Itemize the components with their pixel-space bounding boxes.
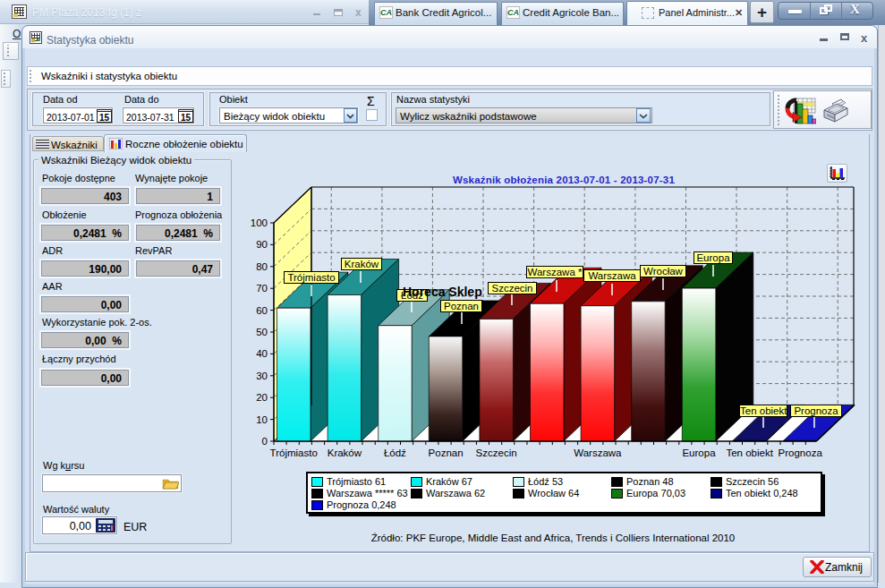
svg-text:Ten obiekt: Ten obiekt <box>726 447 773 458</box>
svg-text:Szczecin: Szczecin <box>476 447 517 458</box>
svg-text:80: 80 <box>256 261 268 272</box>
svg-text:Europa: Europa <box>682 447 716 458</box>
svg-text:Poznan: Poznan <box>429 447 464 458</box>
svg-text:50: 50 <box>256 327 268 337</box>
svg-text:60: 60 <box>256 305 268 316</box>
svg-text:20: 20 <box>256 392 268 403</box>
svg-text:70: 70 <box>256 283 268 294</box>
svg-text:Trójmiasto: Trójmiasto <box>270 447 318 458</box>
svg-text:Kraków: Kraków <box>328 447 362 458</box>
svg-text:Prognoza: Prognoza <box>779 447 823 458</box>
svg-text:10: 10 <box>256 414 268 425</box>
svg-text:Warszawa: Warszawa <box>574 447 622 458</box>
svg-text:Łódź: Łódź <box>384 447 406 458</box>
svg-text:100: 100 <box>251 217 268 228</box>
svg-text:0: 0 <box>262 436 268 447</box>
svg-text:40: 40 <box>256 348 268 359</box>
svg-text:30: 30 <box>256 371 268 381</box>
svg-text:90: 90 <box>256 239 268 250</box>
